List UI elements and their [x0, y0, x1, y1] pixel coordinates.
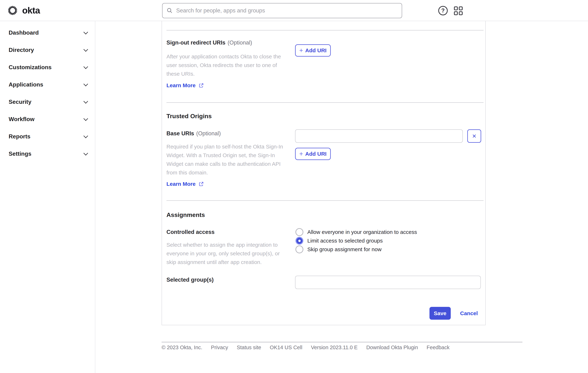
- save-button[interactable]: Save: [430, 307, 451, 320]
- footer-link[interactable]: Status site: [237, 344, 261, 351]
- learn-more-label: Learn More: [167, 82, 196, 88]
- selected-groups-label: Selected group(s): [167, 277, 214, 283]
- sidebar-item-label: Applications: [9, 81, 43, 88]
- chevron-down-icon: [84, 116, 88, 121]
- sidebar-item-label: Security: [9, 99, 31, 105]
- base-uri-input[interactable]: [295, 129, 463, 143]
- external-link-icon: [199, 83, 204, 88]
- chevron-down-icon: [84, 99, 88, 103]
- chevron-down-icon: [84, 151, 88, 155]
- global-search: [162, 3, 402, 18]
- radio-option-row[interactable]: Allow everyone in your organization to a…: [295, 228, 417, 236]
- sidebar-item-reports[interactable]: Reports: [0, 128, 95, 145]
- add-signout-uri-button[interactable]: + Add URI: [295, 44, 331, 57]
- signout-learn-more-link[interactable]: Learn More: [167, 82, 204, 88]
- radio-button[interactable]: [295, 228, 303, 236]
- chevron-down-icon: [84, 47, 88, 52]
- sidebar-item-security[interactable]: Security: [0, 93, 95, 110]
- grid-cell-icon: [459, 7, 463, 10]
- okta-admin-page: okta ? Dashboard Directory: [0, 0, 588, 373]
- footer-copyright: © 2023 Okta, Inc.: [162, 344, 202, 351]
- plus-icon: +: [299, 47, 303, 54]
- okta-sunburst-icon: [8, 6, 18, 15]
- search-box: [162, 3, 402, 18]
- learn-more-label: Learn More: [167, 181, 196, 187]
- add-uri-label: Add URI: [305, 151, 326, 157]
- footer-link[interactable]: Feedback: [427, 344, 450, 351]
- chevron-down-icon: [84, 64, 88, 69]
- sidebar-item-settings[interactable]: Settings: [0, 145, 95, 162]
- help-button[interactable]: ?: [438, 6, 448, 15]
- add-uri-label: Add URI: [305, 47, 326, 53]
- divider: [167, 200, 483, 201]
- trusted-origins-description: Required if you plan to self-host the Ok…: [167, 142, 289, 177]
- grid-cell-icon: [454, 11, 458, 15]
- okta-logo-text: okta: [22, 5, 40, 16]
- search-input[interactable]: [176, 7, 398, 14]
- sidebar-nav: Dashboard Directory Customizations Appli…: [0, 21, 95, 373]
- top-bar: okta ?: [0, 0, 588, 21]
- sidebar-item-applications[interactable]: Applications: [0, 76, 95, 93]
- radio-option-row[interactable]: Limit access to selected groups: [295, 236, 417, 245]
- optional-tag: (Optional): [228, 40, 252, 46]
- grid-cell-icon: [454, 7, 458, 10]
- sidebar-item-dashboard[interactable]: Dashboard: [0, 24, 95, 41]
- assignments-heading: Assignments: [167, 211, 205, 218]
- sidebar-item-label: Directory: [9, 47, 34, 53]
- optional-tag: (Optional): [196, 130, 221, 137]
- chevron-down-icon: [84, 82, 88, 86]
- footer-link[interactable]: Privacy: [211, 344, 228, 351]
- base-uris-label: Base URIs: [167, 130, 194, 137]
- plus-icon: +: [299, 151, 303, 157]
- footer-divider: [162, 342, 522, 342]
- app-settings-panel: Sign-out redirect URIs(Optional) After y…: [162, 21, 486, 325]
- footer-link[interactable]: Version 2023.11.0 E: [311, 344, 357, 351]
- sidebar-item-directory[interactable]: Directory: [0, 41, 95, 59]
- radio-button[interactable]: [295, 245, 303, 253]
- divider: [167, 30, 483, 31]
- sidebar-item-customizations[interactable]: Customizations: [0, 59, 95, 76]
- divider: [167, 102, 483, 103]
- sidebar-item-label: Customizations: [9, 64, 52, 71]
- apps-grid-button[interactable]: [454, 7, 463, 15]
- controlled-access-radio-group: Allow everyone in your organization to a…: [295, 228, 417, 254]
- trusted-origins-heading: Trusted Origins: [167, 113, 212, 120]
- footer-link[interactable]: Download Okta Plugin: [366, 344, 418, 351]
- remove-uri-button[interactable]: ✕: [467, 129, 481, 143]
- signout-description: After your application contacts Okta to …: [167, 52, 289, 78]
- radio-option-label: Allow everyone in your organization to a…: [307, 229, 417, 235]
- external-link-icon: [199, 181, 204, 187]
- radio-option-label: Skip group assignment for now: [307, 246, 382, 252]
- sidebar-item-label: Settings: [9, 150, 31, 157]
- sidebar-item-workflow[interactable]: Workflow: [0, 110, 95, 128]
- radio-option-row[interactable]: Skip group assignment for now: [295, 245, 417, 254]
- controlled-access-description: Select whether to assign the app integra…: [167, 241, 289, 266]
- search-icon: [167, 7, 173, 14]
- close-icon: ✕: [472, 133, 476, 139]
- cancel-button[interactable]: Cancel: [460, 307, 478, 320]
- footer-link[interactable]: OK14 US Cell: [270, 344, 303, 351]
- radio-button[interactable]: [295, 237, 303, 245]
- sidebar-item-label: Reports: [9, 133, 31, 140]
- chevron-down-icon: [84, 30, 88, 34]
- sidebar-item-label: Workflow: [9, 116, 34, 123]
- radio-option-label: Limit access to selected groups: [307, 238, 383, 244]
- grid-cell-icon: [459, 11, 463, 15]
- base-uris-label-row: Base URIs(Optional): [167, 130, 221, 137]
- footer: © 2023 Okta, Inc. Privacy Status site OK…: [162, 344, 450, 351]
- add-base-uri-button[interactable]: + Add URI: [295, 148, 331, 160]
- okta-logo[interactable]: okta: [8, 0, 40, 21]
- signout-label-row: Sign-out redirect URIs(Optional): [167, 40, 252, 46]
- trusted-learn-more-link[interactable]: Learn More: [167, 181, 204, 187]
- selected-groups-input[interactable]: [295, 276, 481, 289]
- signout-redirect-uris-label: Sign-out redirect URIs: [167, 40, 225, 46]
- chevron-down-icon: [84, 134, 88, 138]
- controlled-access-label: Controlled access: [167, 229, 215, 235]
- sidebar-item-label: Dashboard: [9, 29, 39, 36]
